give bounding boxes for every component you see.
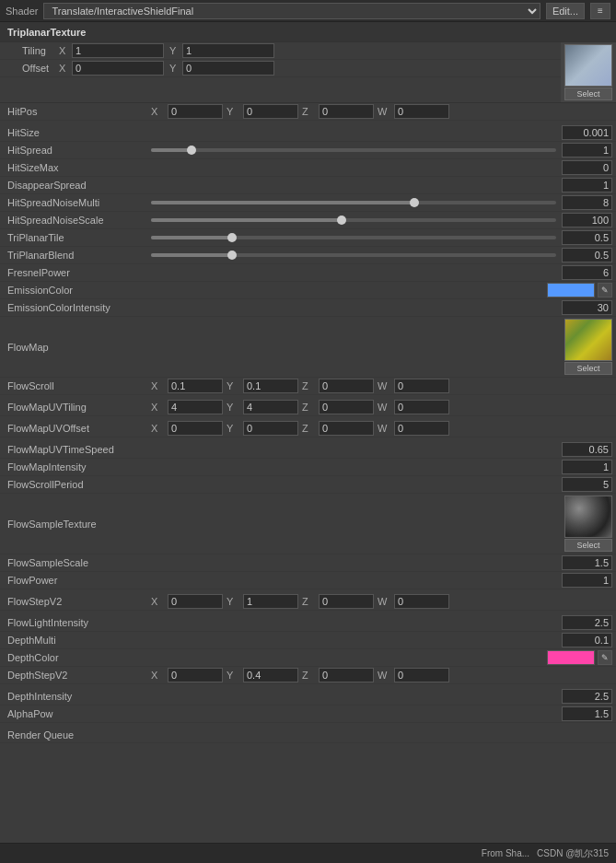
tiling-y-input[interactable] [182,43,274,58]
more-prop-input-1[interactable] [562,573,612,588]
flow-scroll-x-input[interactable] [168,379,223,393]
hitpos-w-input[interactable] [394,104,449,119]
emission-color-swatch[interactable] [547,283,595,297]
menu-icon[interactable]: ≡ [590,3,610,19]
depth-color-label: DepthColor [4,652,151,663]
slider-value-2[interactable] [562,160,612,175]
csdn-text: CSDN @凯尔315 [537,847,609,860]
slider-row-2: HitSizeMax [0,159,616,177]
final-prop-value-0 [562,689,612,704]
slider-value-7[interactable] [562,248,612,262]
slider-row-1: HitSpread [0,142,616,159]
depth-color-swatch[interactable] [547,650,595,665]
shader-label: Shader [6,6,38,17]
depth-multi-value [562,633,612,647]
depth-step-v2-z[interactable] [319,668,374,682]
depth-step-v2-label: DepthStepV2 [4,670,151,681]
offset-y-label: Y [169,63,180,74]
flow-scroll-y-input[interactable] [243,379,298,393]
flow-sample-texture-row: FlowSampleTexture Select [0,494,616,554]
flow-step-v2-y[interactable] [243,594,298,609]
slider-value-3[interactable] [562,178,612,192]
flowmap-uv-offset-w[interactable] [394,421,449,436]
slider-value-1[interactable] [562,143,612,157]
depth-multi-input[interactable] [562,633,612,647]
triplanar-label: TriplanarTexture [7,27,86,38]
slider-track-5[interactable] [151,218,556,222]
offset-x-label: X [59,63,70,74]
offset-y-input[interactable] [182,61,274,76]
hitpos-z-input[interactable] [319,104,374,119]
emission-color-value: ✎ [547,283,612,297]
depth-color-value: ✎ [547,650,612,665]
slider-track-1[interactable] [151,148,556,152]
triplanar-select-button[interactable]: Select [564,87,612,100]
depth-step-v2-w[interactable] [394,668,449,682]
edit-button[interactable]: Edit... [546,3,585,19]
more-prop-label-1: FlowPower [4,575,151,586]
slider-value-0[interactable] [562,125,612,140]
slider-label-4: HitSpreadNoiseMulti [4,197,151,208]
emission-intensity-input[interactable] [562,300,612,315]
depth-step-v2-x[interactable] [168,668,223,682]
emission-color-label: EmissionColor [4,285,151,296]
slider-track-6[interactable] [151,236,556,239]
offset-x-input[interactable] [72,61,164,76]
more-prop-input-0[interactable] [562,555,612,570]
slider-row-7: TriPlanarBlend [0,247,616,264]
flowmap-uv-tiling-w[interactable] [394,400,449,414]
flowmap-texture-preview [564,319,612,361]
flowmap-uv-offset-x[interactable] [168,421,223,436]
hitpos-x-input[interactable] [168,104,223,119]
flowmap-uv-offset-z[interactable] [319,421,374,436]
offset-label: Offset [4,63,59,74]
slider-label-0: HitSize [4,127,151,138]
depth-step-v2-xyzw: X Y Z W [151,668,612,682]
slider-value-4[interactable] [562,195,612,210]
slider-value-6[interactable] [562,230,612,245]
hitpos-x-label: X [151,106,162,117]
flow-step-v2-x[interactable] [168,594,223,609]
flowmap-uv-tiling-x[interactable] [168,400,223,414]
depth-color-picker[interactable]: ✎ [598,650,612,665]
tiling-y-label: Y [169,45,180,56]
emission-intensity-value [562,300,612,315]
triplanar-texture-preview [564,44,612,87]
flow-step-v2-xyzw: X Y Z W [151,594,612,609]
hitpos-w-label: W [378,106,389,117]
slider-track-4[interactable] [151,201,556,204]
flow-light-intensity-input[interactable] [562,615,612,630]
slider-row-8: FresnelPower [0,264,616,282]
simple-prop-value-0 [562,442,612,457]
tiling-x-input[interactable] [72,43,164,58]
sliders-container: HitSizeHitSpreadHitSizeMaxDisappearSprea… [0,124,616,282]
shader-dropdown[interactable]: Translate/InteractiveShieldFinal [43,3,540,19]
flow-step-v2-w[interactable] [394,594,449,609]
emission-color-picker[interactable]: ✎ [598,283,612,297]
flowmap-uv-tiling-z[interactable] [319,400,374,414]
flow-sample-select-button[interactable]: Select [564,539,612,552]
flow-scroll-z-input[interactable] [319,379,374,393]
flow-scroll-x-label: X [151,380,162,391]
simple-props-container: FlowMapUVTimeSpeedFlowMapIntensityFlowSc… [0,441,616,494]
flow-scroll-row: FlowScroll X Y Z W [0,378,616,395]
simple-prop-input-1[interactable] [562,460,612,474]
final-prop-input-1[interactable] [562,706,612,721]
flowmap-select-button[interactable]: Select [564,362,612,375]
flow-scroll-w-input[interactable] [394,379,449,393]
more-prop-label-0: FlowSampleScale [4,557,151,568]
flow-step-v2-z[interactable] [319,594,374,609]
slider-track-7[interactable] [151,253,556,257]
depth-step-v2-y[interactable] [243,668,298,682]
simple-prop-input-0[interactable] [562,442,612,457]
final-prop-input-0[interactable] [562,689,612,704]
flowmap-uv-tiling-y[interactable] [243,400,298,414]
slider-value-5[interactable] [562,213,612,227]
simple-prop-input-2[interactable] [562,477,612,492]
hitpos-y-input[interactable] [243,104,298,119]
final-prop-row-0: DepthIntensity [0,688,616,706]
slider-value-8[interactable] [562,265,612,280]
flowmap-uv-offset-y[interactable] [243,421,298,436]
flowmap-uv-offset-xyzw: X Y Z W [151,421,612,436]
simple-prop-label-0: FlowMapUVTimeSpeed [4,444,151,455]
